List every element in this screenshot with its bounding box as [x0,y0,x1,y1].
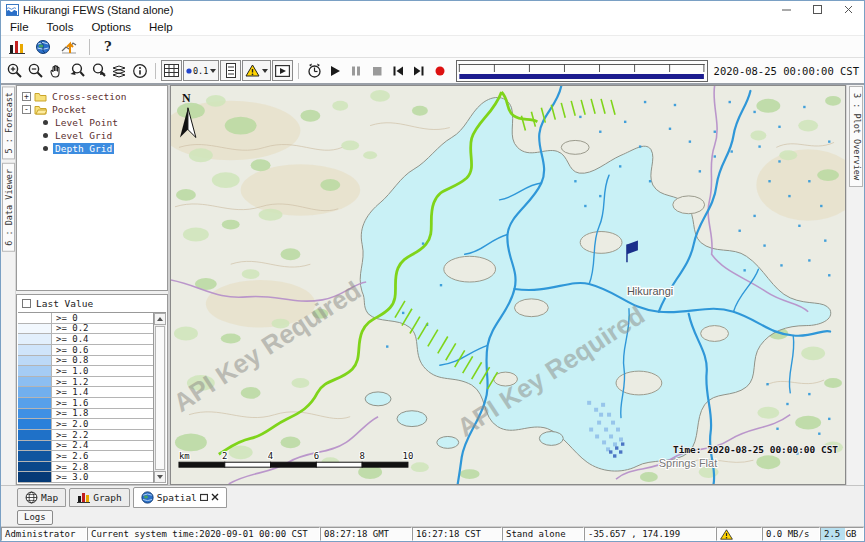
tab-data-viewer[interactable]: 6 : Data Viewer [2,163,15,252]
legend-row[interactable]: >= 0.6 [18,345,153,356]
tree-node-depth-grid[interactable]: Depth Grid [17,142,167,155]
timeline-slider[interactable] [456,60,707,82]
scroll-thumb[interactable] [155,326,165,470]
tab-graph[interactable]: Graph [69,488,130,507]
restore-panel-icon[interactable] [200,493,208,501]
legend-swatch [18,472,52,482]
bottom-tab-bar: Map Graph Spatial [1,485,864,508]
close-panel-icon[interactable] [211,493,219,501]
data-explorer-icon[interactable] [7,37,27,57]
scroll-down-icon[interactable] [154,471,166,483]
maximize-button[interactable] [802,1,833,18]
legend-row[interactable]: >= 2.2 [18,430,153,441]
zoom-previous-icon[interactable] [67,61,87,81]
tree-node-level-grid[interactable]: Level Grid [17,129,167,142]
play-button[interactable] [325,61,345,81]
status-warning[interactable] [716,527,762,541]
warning-dropdown[interactable] [242,60,271,81]
menu-help[interactable]: Help [140,18,182,35]
status-mode: Stand alone [502,527,584,541]
spatial-display-icon[interactable] [59,37,79,57]
tree-node-label[interactable]: Cross-section [50,91,128,102]
legend-label: >= 2.8 [52,462,153,472]
legend-label: >= 1.8 [52,409,153,419]
zoom-in-icon[interactable] [4,61,24,81]
layers-tree: + Cross-section - Pocket Level Point Lev… [16,85,168,291]
help-button[interactable]: ? [100,39,116,54]
tab-spatial[interactable]: Spatial [133,487,227,508]
tree-node-level-point[interactable]: Level Point [17,116,167,129]
menu-tools[interactable]: Tools [38,18,83,35]
right-tab-strip: 3 : Plot Overview [846,85,864,485]
status-memory: 2.5 GB [820,527,864,541]
stop-button[interactable] [367,61,387,81]
legend-swatch [18,441,52,451]
menu-options[interactable]: Options [82,18,140,35]
pan-hand-icon[interactable] [46,61,66,81]
layers-icon[interactable] [109,61,129,81]
logs-button[interactable]: Logs [17,510,53,525]
zoom-next-icon[interactable] [88,61,108,81]
legend-row[interactable]: >= 1.4 [18,387,153,398]
skip-to-start-button[interactable] [388,61,408,81]
zoom-out-icon[interactable] [25,61,45,81]
bullet-icon [43,120,48,125]
legend-swatch [18,334,52,344]
map-canvas[interactable]: API Key Required API Key Required Hikura… [171,86,845,484]
scale-tick-label: 10 [403,451,414,461]
legend-row[interactable]: >= 2.6 [18,451,153,462]
town-label: Hikurangi [627,285,673,297]
tab-plot-overview[interactable]: 3 : Plot Overview [849,86,863,187]
collapse-icon[interactable]: - [22,105,31,114]
legend-row[interactable]: >= 0.2 [18,324,153,335]
animation-button[interactable] [272,60,293,81]
legend-toggle-button[interactable] [220,60,241,81]
menu-bar: File Tools Options Help [1,18,864,36]
tree-node-label-selected[interactable]: Depth Grid [53,143,114,154]
scroll-up-icon[interactable] [154,313,166,325]
tab-forecast[interactable]: 5 : Forecast [2,86,15,159]
last-value-checkbox[interactable] [22,299,31,308]
legend-row[interactable]: >= 1.2 [18,377,153,388]
legend-row[interactable]: >= 1.8 [18,409,153,420]
pause-button[interactable] [346,61,366,81]
legend-row[interactable]: >= 2.0 [18,419,153,430]
map-area[interactable]: API Key Required API Key Required Hikura… [170,85,846,485]
minimize-button[interactable] [771,1,802,18]
status-gmt-time: 08:27:18 GMT [320,527,412,541]
status-local-time: 16:27:18 CST [412,527,502,541]
time-settings-icon[interactable] [304,61,324,81]
legend-row[interactable]: >= 2.4 [18,441,153,452]
legend-swatch [18,451,52,461]
expand-icon[interactable]: + [22,92,31,101]
legend-label: >= 2.4 [52,441,153,451]
legend-scrollbar[interactable] [153,313,166,483]
skip-to-end-button[interactable] [409,61,429,81]
tree-node-pocket[interactable]: - Pocket [17,103,167,116]
contour-value-dropdown[interactable]: 0.1 [183,60,219,81]
legend-row[interactable]: >= 0 [18,313,153,324]
tree-node-label[interactable]: Level Grid [53,130,114,141]
grid-display-button[interactable] [161,60,182,81]
last-value-row: Last Value [17,295,167,312]
legend-row[interactable]: >= 2.8 [18,462,153,473]
legend-row[interactable]: >= 0.8 [18,356,153,367]
legend-row[interactable]: >= 1.6 [18,398,153,409]
window-title: Hikurangi FEWS (Stand alone) [23,4,173,16]
legend-label: >= 1.0 [52,366,153,376]
info-icon[interactable] [130,61,150,81]
scale-tick-label: 2 [222,451,227,461]
legend-label: >= 1.4 [52,387,153,397]
legend-row[interactable]: >= 3.0 [18,472,153,483]
legend-row[interactable]: >= 1.0 [18,366,153,377]
tab-map[interactable]: Map [17,488,66,507]
close-button[interactable] [833,1,864,18]
tree-node-label[interactable]: Pocket [50,104,88,115]
tree-node-cross-section[interactable]: + Cross-section [17,90,167,103]
menu-file[interactable]: File [1,18,38,35]
legend-row[interactable]: >= 0.4 [18,334,153,345]
record-button[interactable] [430,61,450,81]
tree-node-label[interactable]: Level Point [53,117,120,128]
main-toolbar: ? [1,36,864,58]
map-globe-icon[interactable] [33,37,53,57]
